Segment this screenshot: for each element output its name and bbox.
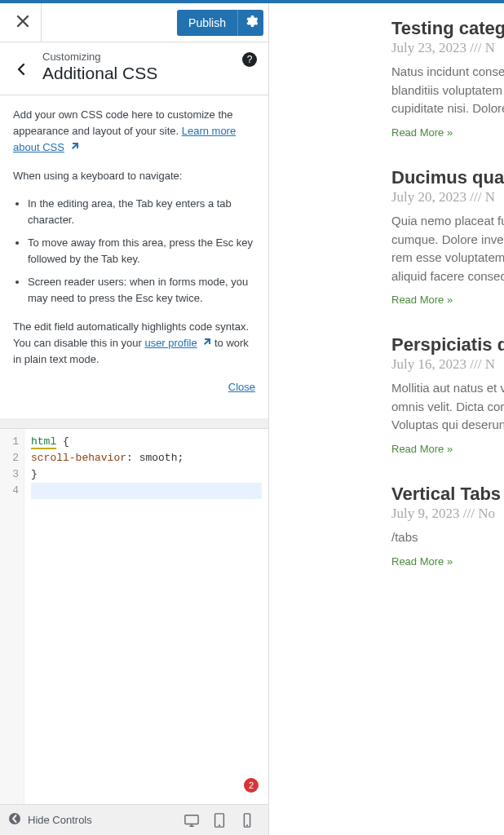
publish-wrap: Publish	[177, 10, 263, 36]
post-excerpt: Quia nemo placeat fucumque. Dolore inver…	[391, 212, 504, 285]
chevron-left-icon	[15, 63, 28, 78]
help-li-2: To move away from this area, press the E…	[28, 235, 255, 267]
help-li-1: In the editing area, the Tab key enters …	[28, 196, 255, 228]
post-1: Testing catego July 23, 2023 /// N Natus…	[391, 18, 504, 167]
close-customizer-button[interactable]	[5, 3, 42, 42]
svg-rect-1	[185, 815, 198, 824]
readmore-link[interactable]: Read More »	[391, 294, 453, 306]
svg-point-3	[219, 824, 219, 825]
post-title[interactable]: Perspiciatis do	[391, 334, 504, 355]
post-title[interactable]: Vertical Tabs w	[391, 484, 504, 504]
readmore-link[interactable]: Read More »	[391, 126, 453, 139]
post-excerpt: Mollitia aut natus et vomnis velit. Dict…	[391, 379, 504, 435]
section-header: Customizing Additional CSS ?	[0, 42, 268, 95]
publish-button[interactable]: Publish	[177, 10, 237, 36]
post-title[interactable]: Ducimus quae	[391, 167, 504, 188]
close-icon	[16, 15, 29, 30]
post-title[interactable]: Testing catego	[391, 18, 504, 38]
post-meta: July 23, 2023 /// N	[391, 40, 504, 56]
readmore-link[interactable]: Read More »	[391, 443, 453, 455]
external-link-icon	[201, 336, 211, 346]
help-li-3: Screen reader users: when in forms mode,…	[28, 274, 255, 307]
post-4: Vertical Tabs w July 9, 2023 /// No /tab…	[391, 484, 504, 596]
customizer-topbar: Publish	[0, 3, 268, 42]
line-gutter: 1 2 3 4	[0, 429, 24, 804]
device-tablet[interactable]	[211, 812, 228, 828]
back-button[interactable]	[11, 60, 31, 80]
error-count-badge[interactable]: 2	[244, 778, 259, 793]
code-content[interactable]: html { scroll-behavior: smooth; }	[24, 429, 268, 804]
device-switcher	[183, 812, 260, 828]
help-toggle[interactable]: ?	[242, 52, 257, 67]
post-excerpt: Natus incidunt conseblanditiis voluptate…	[391, 63, 504, 118]
hide-controls-button[interactable]: Hide Controls	[8, 812, 92, 828]
post-3: Perspiciatis do July 16, 2023 /// N Moll…	[391, 334, 504, 484]
css-editor: 1 2 3 4 html { scroll-behavior: smooth; …	[0, 428, 268, 804]
syntax-text-1: The edit field automatically highlights …	[13, 320, 249, 349]
customizer-sidebar: Publish Customizing Additional CSS ? Add…	[0, 3, 269, 835]
customizer-footer: Hide Controls	[0, 804, 268, 835]
site-preview: Testing catego July 23, 2023 /// N Natus…	[269, 3, 504, 835]
device-desktop[interactable]	[183, 812, 200, 828]
readmore-link[interactable]: Read More »	[391, 555, 453, 568]
device-mobile[interactable]	[239, 812, 255, 828]
post-meta: July 9, 2023 /// No	[391, 506, 504, 522]
help-panel: Add your own CSS code here to customize …	[0, 95, 268, 418]
hide-controls-label: Hide Controls	[28, 814, 92, 826]
external-link-icon	[69, 140, 79, 150]
code-area[interactable]: 1 2 3 4 html { scroll-behavior: smooth; …	[0, 429, 268, 804]
svg-point-5	[246, 824, 247, 825]
post-2: Ducimus quae July 20, 2023 /// N Quia ne…	[391, 167, 504, 334]
post-excerpt: /tabs	[391, 528, 504, 547]
post-meta: July 16, 2023 /// N	[391, 356, 504, 373]
user-profile-link[interactable]: user profile	[144, 337, 197, 349]
collapse-icon	[8, 812, 21, 828]
section-title: Additional CSS	[42, 63, 257, 83]
svg-point-0	[9, 813, 20, 824]
nav-intro: When using a keyboard to navigate:	[13, 168, 255, 184]
publish-settings-button[interactable]	[237, 10, 263, 36]
post-meta: July 20, 2023 /// N	[391, 189, 504, 205]
close-help-link[interactable]: Close	[228, 381, 255, 393]
gear-icon	[245, 15, 258, 30]
customizing-label: Customizing	[42, 51, 257, 63]
